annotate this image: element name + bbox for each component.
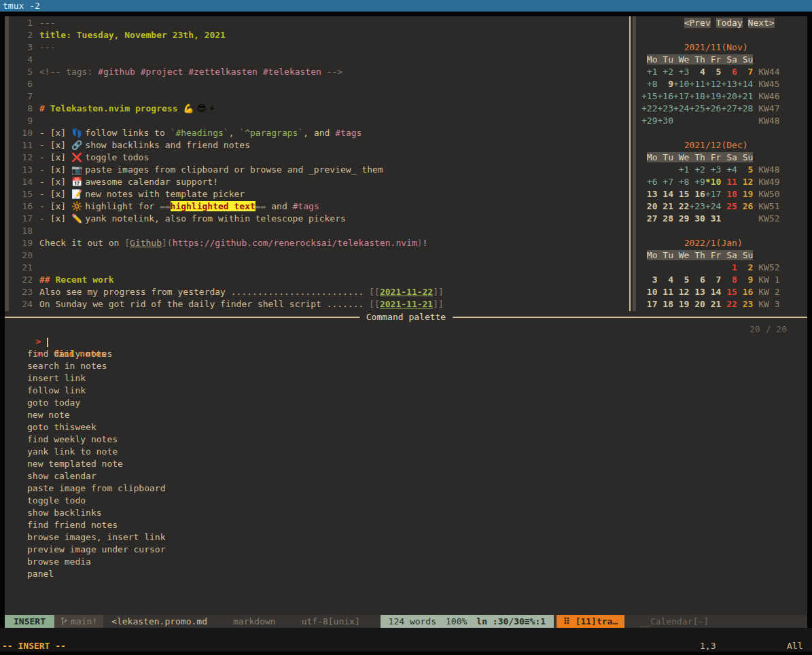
palette-item[interactable]: search in notes (5, 360, 807, 372)
editor-line[interactable]: 8# Telekasten.nvim progress 💪 😎 ⚡ (5, 103, 444, 115)
line-number: 18 (5, 225, 33, 237)
palette-item[interactable]: find daily notes (5, 348, 807, 360)
editor-line[interactable]: 10- [x] 👣 follow links to `#headings`, `… (5, 127, 444, 139)
calendar-row[interactable]: +29+30 KW48 (641, 115, 780, 127)
text-segment: KW 3 (753, 299, 779, 309)
calendar-row[interactable]: 2021/12(Dec) (641, 139, 780, 152)
calendar-gutter-strip (633, 16, 636, 311)
line-number: 7 (5, 90, 33, 103)
text-segment: #project (141, 67, 183, 77)
calendar-row[interactable]: 1 2 KW52 (641, 262, 780, 274)
calendar-row[interactable]: 3 4 5 6 7 8 9 KW 1 (641, 274, 780, 286)
editor-line[interactable]: 21 (5, 262, 444, 274)
palette-item[interactable]: panel (5, 568, 807, 580)
line-number: 11 (5, 139, 33, 152)
calendar-row[interactable]: 27 28 29 30 31 KW52 (641, 213, 780, 225)
text-segment: ]( (162, 238, 173, 248)
palette-item[interactable]: new note (5, 409, 807, 421)
editor-line[interactable]: 13- [x] 📷 paste images from clipboard or… (5, 164, 444, 176)
editor-line[interactable]: 15- [x] 📝 new notes with template picker (5, 188, 444, 200)
note-link[interactable]: 2021-11-22 (380, 287, 433, 297)
editor-line[interactable]: 11- [x] 🔗 show backlinks and friend note… (5, 139, 444, 152)
editor-line[interactable]: 23Also see my progress from yesterday ..… (5, 286, 444, 298)
palette-item[interactable]: yank link to note (5, 446, 807, 458)
calendar-row[interactable] (641, 29, 780, 41)
calendar-row[interactable]: Mo Tu We Th Fr Sa Su (641, 54, 780, 66)
calendar-row[interactable]: +1 +2 +3 4 5 6 7 KW44 (641, 66, 780, 78)
palette-item-selected[interactable]: >find notes (5, 336, 807, 348)
editor-line[interactable]: 12- [x] ❌ toggle todos (5, 152, 444, 164)
editor-line[interactable]: 16- [x] 🔆 highlight for ==highlighted te… (5, 200, 444, 213)
calendar-row[interactable]: Mo Tu We Th Fr Sa Su (641, 152, 780, 164)
note-link[interactable]: 2021-11-21 (380, 299, 433, 309)
calendar-row[interactable]: Mo Tu We Th Fr Sa Su (641, 249, 780, 262)
emoji-icon: ❌ (71, 152, 85, 162)
palette-item[interactable]: show calendar (5, 470, 807, 482)
editor-line[interactable]: 18 (5, 225, 444, 237)
palette-item[interactable]: find friend notes (5, 519, 807, 531)
calendar-window[interactable]: <Prev Today Next> 2021/11(Nov) Mo Tu We … (631, 16, 807, 311)
editor-line[interactable]: 17- [x] ✏️ yank notelink, also from with… (5, 213, 444, 225)
git-segment[interactable]: main! (54, 615, 103, 628)
calendar-row[interactable]: 2021/11(Nov) (641, 41, 780, 54)
palette-item[interactable]: goto thisweek (5, 421, 807, 433)
palette-item[interactable]: browse media (5, 556, 807, 568)
line-number: 6 (5, 78, 33, 90)
calendar-row[interactable]: +22+23+24+25+26+27+28 KW47 (641, 103, 780, 115)
word-count: 124 words (389, 615, 436, 628)
text-segment: - [x] (39, 152, 71, 162)
editor-line[interactable]: 14- [x] 📅 awesome calendar support! (5, 176, 444, 188)
editor-line[interactable]: 7 (5, 90, 444, 103)
calendar-row[interactable]: 2022/1(Jan) (641, 237, 780, 249)
editor-line[interactable]: 19Check it out on [Github](https://githu… (5, 237, 444, 249)
next-button[interactable]: Next> (748, 18, 775, 28)
buffer-chip[interactable]: ⠿ [11]tra… (557, 615, 624, 628)
text-segment: +23+24 (689, 201, 721, 211)
calendar-row[interactable]: 17 18 19 20 21 22 23 KW 3 (641, 298, 780, 311)
editor-line[interactable]: 20 (5, 249, 444, 262)
progress-percent: 100% (446, 615, 467, 628)
text-segment: 12 (737, 177, 753, 187)
text-segment: 18 (721, 189, 737, 199)
calendar-row[interactable]: +8 9+10+11+12+13+14 KW45 (641, 78, 780, 90)
editor-window[interactable]: 1---2title: Tuesday, November 23th, 2021… (5, 16, 629, 311)
palette-item[interactable]: new templated note (5, 458, 807, 470)
editor-line[interactable]: 24On Sunday we got rid of the daily find… (5, 298, 444, 311)
encoding: utf-8[unix] (302, 615, 360, 628)
palette-item[interactable]: browse images, insert link (5, 531, 807, 544)
calendar-row[interactable]: 13 14 15 16+17 18 19 KW50 (641, 188, 780, 200)
calendar-row[interactable] (641, 127, 780, 139)
editor-line[interactable]: 6 (5, 78, 444, 90)
prev-button[interactable]: <Prev (684, 18, 711, 28)
calendar-window-label[interactable]: __Calendar[-] (639, 615, 709, 628)
calendar-row[interactable]: 20 21 22+23+24 25 26 KW51 (641, 200, 780, 213)
text-segment: 7 (737, 67, 753, 77)
palette-item[interactable]: goto today (5, 397, 807, 409)
editor-line[interactable]: 4 (5, 54, 444, 66)
editor-line[interactable]: 22## Recent work (5, 274, 444, 286)
calendar-row[interactable]: +6 +7 +8 +9*10 11 12 KW49 (641, 176, 780, 188)
editor-line[interactable]: 5<!-- tags: #github #project #zettelkast… (5, 66, 444, 78)
palette-item[interactable]: show backlinks (5, 507, 807, 519)
vim-cmdline[interactable]: :lua require('telekasten').panel() (0, 628, 812, 640)
calendar-row[interactable]: 10 11 12 13 14 15 16 KW 2 (641, 286, 780, 298)
palette-item[interactable]: paste image from clipboard (5, 482, 807, 495)
calendar-row[interactable]: +15+16+17+18+19+20+21 KW46 (641, 90, 780, 103)
palette-item[interactable]: toggle todo (5, 495, 807, 507)
text-segment: +6 +7 +8 +9 (641, 177, 705, 187)
editor-line[interactable]: 9 (5, 115, 444, 127)
calendar-row[interactable] (641, 225, 780, 237)
palette-item[interactable]: preview image under cursor (5, 544, 807, 556)
today-button[interactable]: Today (716, 18, 743, 28)
editor-line[interactable]: 3--- (5, 41, 444, 54)
palette-item[interactable]: follow link (5, 385, 807, 397)
palette-item[interactable]: find weekly notes (5, 433, 807, 446)
statusline-spacer (360, 615, 378, 628)
editor-line[interactable]: 1--- (5, 17, 444, 29)
line-number: 12 (5, 152, 33, 164)
palette-prompt-row[interactable]: > 20 / 20 (5, 323, 807, 336)
calendar-row[interactable]: <Prev Today Next> (641, 17, 780, 29)
palette-item[interactable]: insert link (5, 372, 807, 385)
editor-line[interactable]: 2title: Tuesday, November 23th, 2021 (5, 29, 444, 41)
calendar-row[interactable]: +1 +2 +3 +4 5 KW48 (641, 164, 780, 176)
